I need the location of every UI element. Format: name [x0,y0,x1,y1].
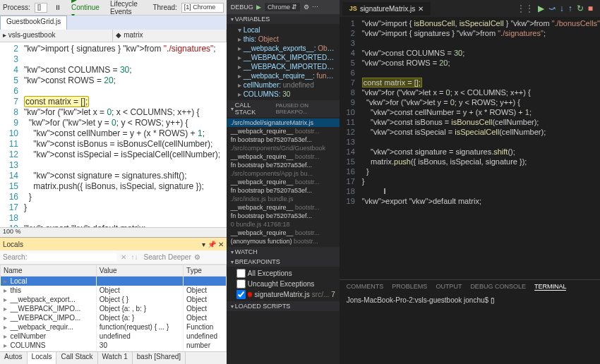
breakpoints-section-header[interactable]: BREAKPOINTS [227,257,340,267]
locals-search-label: Search: [3,253,27,261]
debug-step-out-icon[interactable]: ↑ [568,4,572,13]
variables-section-header[interactable]: VARIABLES [227,14,340,24]
bp-all-exceptions[interactable]: All Exceptions [227,268,340,279]
process-label: Process: [3,4,30,11]
locals-row[interactable]: ▸COLUMNS30number [1,341,227,350]
visual-studio-pane: Process: [] ⏸ ▶ Continue ▾ Lifecycle Eve… [0,0,227,364]
editor-tab[interactable]: GuestbookGrid.js [0,16,67,30]
variable-row[interactable]: ▸ cellNumber: undefined [227,80,340,90]
variables-body: ▾ Local ▸ this: Object▸ __webpack_export… [227,24,340,100]
locals-tab[interactable]: Call Stack [56,352,97,364]
vscode-editor-tab[interactable]: JS signatureMatrix.js ✕ [342,2,431,16]
vscode-gutter: 12345678910111213141516171819 [340,17,359,279]
terminal-tab[interactable]: COMMENTS [347,283,384,291]
stack-frame[interactable]: 0 bundle.js 41768:18 [227,220,340,229]
locals-search-deeper[interactable]: Search Deeper [143,253,191,261]
locals-tab[interactable]: Locals [28,352,57,364]
terminal-tab[interactable]: TERMINAL [534,283,567,291]
variable-row[interactable]: ▸ this: Object [227,35,340,44]
stack-frame[interactable]: ./src/components/Grid/Guestbook [227,144,340,152]
variable-row[interactable]: ▸ __webpack_require__: functio... [227,71,340,80]
vscode-code-area[interactable]: "vkw">import { isBonusCell, isSpecialCel… [359,17,600,279]
locals-tab[interactable]: bash [Shared] [133,352,186,364]
breakpoints-body: All Exceptions Uncaught Exceptions signa… [227,267,340,301]
stack-frame[interactable]: (anonymous function) bootstr... [227,237,340,245]
variable-row[interactable]: ▸ __WEBPACK_IMPORTED_MODULE_0__ [227,53,340,62]
lifecycle-button[interactable]: Lifecycle Events [107,0,149,16]
loaded-scripts-section-header[interactable]: LOADED SCRIPTS [227,301,340,311]
terminal-tab[interactable]: OUTPUT [436,283,462,291]
callstack-section-header[interactable]: CALL STACK PAUSED ON BREAKPO... [227,100,340,117]
locals-search-clear-icon[interactable]: ✕ [121,253,126,261]
debug-more-icon[interactable]: ⋯ [312,4,318,11]
thread-dropdown[interactable]: [1] Chrome [181,3,224,13]
variable-row[interactable]: ▸ __webpack_exports__: Object ... [227,44,340,53]
locals-grid[interactable]: NameValueType ▸Local▸thisObjectObject▸__… [0,265,227,351]
debug-config-select[interactable]: Chrome ⇵ [264,2,301,12]
debug-sidebar: DEBUG ▶ Chrome ⇵ ⚙ ⋯ VARIABLES ▾ Local ▸… [227,0,340,364]
stack-frame[interactable]: fn bootstrap be75207a53ef... [227,135,340,144]
debug-label: DEBUG [231,4,253,11]
locals-search-input[interactable] [27,253,116,261]
locals-row[interactable]: ▸__WEBPACK_IMPO...Object {a: , b: }Objec… [1,304,227,313]
debug-header: DEBUG ▶ Chrome ⇵ ⚙ ⋯ [227,0,340,14]
variable-row[interactable]: ▸ __WEBPACK_IMPORTED_MODULE_1__ [227,62,340,71]
process-dropdown[interactable]: [] [35,3,47,13]
stack-frame[interactable]: __webpack_require__ bootstr... [227,203,340,212]
stack-frame[interactable]: fn bootstrap be75207a53ef... [227,161,340,169]
variables-scope-local[interactable]: ▾ Local [227,25,340,35]
debug-start-icon[interactable]: ▶ [256,4,261,11]
locals-row[interactable]: ▸thisObjectObject [1,286,227,295]
locals-search-row: Search: ✕ ↑ ↓ Search Deeper ⚙ [0,250,227,265]
locals-tab-strip: AutosLocalsCall StackWatch 1bash [Shared… [0,351,227,364]
bp-file[interactable]: signatureMatrix.js src/... 7 [227,289,340,300]
stack-frame[interactable]: fn bootstrap be75207a53ef... [227,212,340,220]
locals-row[interactable]: ▸__WEBPACK_IMPO...Object {a: }Object [1,313,227,322]
terminal-cursor: ▯ [491,296,495,304]
variable-row[interactable]: ▸ COLUMNS: 30 [227,90,340,99]
locals-tab[interactable]: Watch 1 [98,352,133,364]
vs-code-area[interactable]: "kw">import { signatures } "kw">from "./… [21,42,227,227]
locals-search-next-icon[interactable]: ↓ [134,253,138,261]
debug-settings-icon[interactable]: ⚙ [304,4,309,11]
locals-row[interactable]: ▸cellNumberundefinedundefined [1,332,227,341]
watch-section-header[interactable]: WATCH [227,247,340,257]
debug-step-over-icon[interactable]: ⤻ [548,4,556,13]
vscode-editor[interactable]: 12345678910111213141516171819 "vkw">impo… [340,17,600,279]
stack-frame[interactable]: __webpack_require__ bootstr... [227,229,340,237]
js-file-icon: JS [349,5,357,12]
stack-frame[interactable]: __webpack_require__ bootstr... [227,178,340,186]
locals-search-settings-icon[interactable]: ⚙ [194,253,200,261]
vs-editor[interactable]: 2345678910111213141516171819 "kw">import… [0,42,227,227]
context-project[interactable]: ▸ vsls-guestbook [0,30,113,42]
terminal-tab[interactable]: DEBUG CONSOLE [470,283,526,291]
terminal-body[interactable]: Jons-MacBook-Pro-2:vsls-guestbook jonchu… [340,293,600,364]
vs-toolbar: Process: [] ⏸ ▶ Continue ▾ Lifecycle Eve… [0,0,227,16]
stack-frame[interactable]: __webpack_require__ bootstr... [227,152,340,161]
thread-label: Thread: [152,4,176,11]
pause-icon[interactable]: ⏸ [52,4,64,11]
stack-frame[interactable]: ./src/model/signatureMatrix.js [227,119,340,127]
terminal-tab[interactable]: PROBLEMS [392,283,427,291]
debug-stop-icon[interactable]: ■ [588,4,593,13]
locals-row[interactable]: ▸__webpack_export...Object { }Object [1,295,227,304]
stack-frame[interactable]: ./src/components/App.js bu... [227,169,340,178]
locals-row[interactable]: ▸Local [1,277,227,286]
vscode-main: JS signatureMatrix.js ✕ ⋮⋮ ▶ ⤻ ↓ ↑ ↻ ■ 1… [340,0,600,364]
locals-tab[interactable]: Autos [0,352,28,364]
stack-frame[interactable]: fn bootstrap be75207a53ef... [227,186,340,195]
close-tab-icon[interactable]: ✕ [418,5,424,13]
debug-drag-icon[interactable]: ⋮⋮ [517,4,534,13]
context-symbol[interactable]: ◆ matrix [113,30,226,42]
debug-continue-icon[interactable]: ▶ [538,4,544,13]
vs-zoom-indicator[interactable]: 100 % [0,227,227,237]
locals-titlebar: Locals ▾ 📌 ✕ [0,238,227,250]
bp-uncaught-exceptions[interactable]: Uncaught Exceptions [227,279,340,289]
debug-step-into-icon[interactable]: ↓ [560,4,564,13]
locals-pin-icon[interactable]: ▾ 📌 ✕ [202,241,224,248]
stack-frame[interactable]: __webpack_require__ bootstr... [227,127,340,135]
stack-frame[interactable]: ./src/index.js bundle.js [227,195,340,203]
vscode-tabbar: JS signatureMatrix.js ✕ ⋮⋮ ▶ ⤻ ↓ ↑ ↻ ■ [340,0,600,17]
debug-restart-icon[interactable]: ↻ [577,4,584,13]
locals-row[interactable]: ▸__webpack_requir...function(request) { … [1,322,227,332]
